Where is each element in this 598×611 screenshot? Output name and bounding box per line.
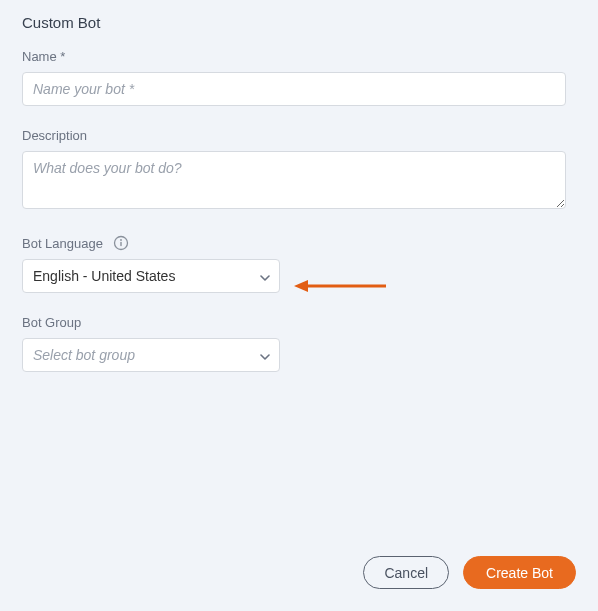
page-title: Custom Bot (22, 14, 576, 31)
field-language: Bot Language English - United States (22, 235, 576, 293)
name-label: Name * (22, 49, 576, 64)
group-placeholder: Select bot group (33, 347, 135, 363)
field-group: Bot Group Select bot group (22, 315, 576, 372)
svg-rect-2 (120, 242, 121, 247)
field-name: Name * (22, 49, 576, 106)
language-label: Bot Language (22, 236, 103, 251)
info-icon[interactable] (113, 235, 129, 251)
description-label: Description (22, 128, 576, 143)
group-label: Bot Group (22, 315, 576, 330)
svg-point-1 (120, 239, 122, 241)
language-select[interactable]: English - United States (22, 259, 280, 293)
language-selected-value: English - United States (33, 268, 175, 284)
group-select[interactable]: Select bot group (22, 338, 280, 372)
footer-actions: Cancel Create Bot (22, 556, 576, 589)
name-input[interactable] (22, 72, 566, 106)
cancel-button[interactable]: Cancel (363, 556, 449, 589)
description-input[interactable] (22, 151, 566, 209)
field-description: Description (22, 128, 576, 213)
create-bot-button[interactable]: Create Bot (463, 556, 576, 589)
